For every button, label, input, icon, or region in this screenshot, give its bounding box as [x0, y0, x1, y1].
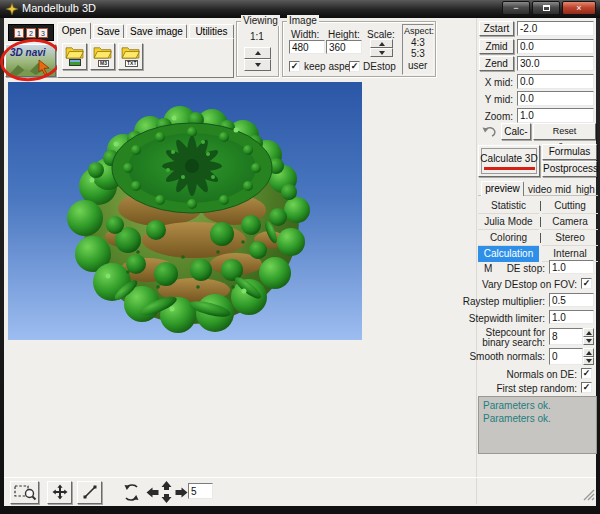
raystep-input[interactable] [549, 293, 594, 307]
aspect-user[interactable]: user [408, 60, 427, 71]
tab-video[interactable]: video [528, 184, 552, 195]
panel-divider [476, 18, 477, 504]
section-camera[interactable]: Camera [542, 214, 598, 230]
image-group: Image Width: Height: Scale: ✓ keep aspec… [282, 21, 436, 77]
section-stereo[interactable]: Stereo [542, 230, 598, 246]
postprocess-label: Postprocess [543, 163, 598, 174]
move-button[interactable] [47, 481, 72, 504]
check-icon: ✓ [583, 368, 591, 378]
keep-aspect-checkbox[interactable]: ✓ [289, 61, 300, 72]
frame-2: 2 [26, 28, 36, 38]
tab-save-image[interactable]: Save image [126, 24, 187, 39]
app-icon [6, 3, 18, 15]
tab-mid[interactable]: mid [555, 184, 571, 195]
aspect-5-3[interactable]: 5:3 [411, 48, 425, 59]
zoom-input[interactable] [517, 108, 594, 123]
zend-label: Zend [485, 58, 508, 69]
mandelbulb3d-window: Mandelbulb 3D − × 1 2 3 3D navi Open Sav… [0, 0, 600, 514]
scale-up-button[interactable] [370, 39, 393, 48]
aspect-box: Aspect: 4:3 5:3 user [402, 24, 434, 75]
close-icon: × [576, 3, 581, 13]
zmid-button[interactable]: Zmid [479, 39, 514, 54]
section-statistic[interactable]: Statistic [478, 198, 539, 214]
destop-checkbox[interactable]: ✓ [349, 61, 360, 72]
divider [540, 217, 541, 227]
viewing-zoom-in-button[interactable] [244, 47, 271, 59]
section-cutting[interactable]: Cutting [542, 198, 598, 214]
status-line: Parameters ok. [483, 399, 592, 412]
vary-destop-checkbox[interactable]: ✓ [581, 278, 592, 289]
tab-save[interactable]: Save [93, 24, 124, 39]
ymid-input[interactable] [517, 91, 594, 106]
slope-button[interactable] [77, 481, 102, 504]
formulas-button[interactable]: Formulas [542, 144, 597, 160]
zend-button[interactable]: Zend [479, 56, 514, 71]
tab-open-label: Open [62, 25, 86, 36]
annotation-ellipse [0, 35, 64, 84]
mandelbulb-fractal-render [8, 82, 362, 340]
move-up-down-arrows[interactable] [161, 481, 172, 503]
de-stop-input[interactable] [549, 260, 594, 274]
coloring-label: Coloring [490, 232, 527, 243]
smooth-up-button[interactable] [583, 348, 594, 357]
move-left-arrow[interactable] [146, 487, 159, 498]
stepcount-label-line2: binary search: [452, 337, 545, 348]
minimize-button[interactable]: − [502, 1, 530, 15]
zmid-input[interactable] [517, 39, 594, 54]
calc-button[interactable]: Calc- [501, 123, 531, 140]
postprocess-button[interactable]: Postprocess [542, 161, 597, 177]
tab-high[interactable]: high [576, 184, 595, 195]
stepcount-down-button[interactable] [583, 337, 594, 345]
image-group-label: Image [287, 15, 319, 26]
window-title: Mandelbulb 3D [22, 2, 96, 14]
smooth-normals-input[interactable] [549, 348, 583, 365]
aspect-4-3[interactable]: 4:3 [411, 37, 425, 48]
zend-input[interactable] [517, 56, 594, 71]
width-input[interactable] [289, 40, 325, 54]
stepwidth-input[interactable] [549, 310, 594, 324]
undo-icon[interactable] [482, 126, 497, 138]
tab-save-label: Save [97, 26, 120, 37]
ymid-label: Y mid: [469, 94, 513, 105]
zstart-input[interactable] [517, 21, 594, 36]
m-label: M [484, 263, 492, 274]
render-canvas[interactable] [8, 82, 362, 340]
rotate-arrows-icon[interactable] [123, 482, 140, 503]
vary-destop-label: Vary DEstop on FOV: [462, 279, 577, 290]
calculate-3d-button[interactable]: Calculate 3D [478, 145, 540, 177]
xmid-input[interactable] [517, 74, 594, 89]
reset-pos-zoom-button[interactable]: Reset pos&zoom [533, 123, 596, 140]
viewing-label: Viewing [241, 15, 280, 26]
viewing-zoom-out-button[interactable] [244, 59, 271, 71]
close-button[interactable]: × [562, 1, 596, 15]
tab-utilities[interactable]: Utilities [189, 24, 234, 39]
height-input[interactable] [326, 40, 362, 54]
open-text-folder-button[interactable]: TXT [118, 43, 143, 70]
zstart-label: Zstart [484, 23, 510, 34]
resize-grip[interactable] [583, 489, 595, 501]
zstart-button[interactable]: Zstart [479, 21, 514, 36]
section-julia-mode[interactable]: Julia Mode [478, 214, 539, 230]
stepcount-input[interactable] [549, 328, 583, 345]
up-arrow-icon [379, 42, 385, 46]
tab-open[interactable]: Open [57, 22, 91, 39]
tab-preview[interactable]: preview [481, 181, 524, 196]
section-coloring[interactable]: Coloring [478, 230, 539, 246]
up-arrow-icon [586, 331, 592, 335]
section-calculation[interactable]: Calculation [478, 246, 539, 262]
txt-badge: TXT [125, 60, 138, 67]
normals-on-de-checkbox[interactable]: ✓ [581, 368, 592, 379]
open-params-folder-button[interactable]: M3 [90, 43, 115, 70]
smooth-down-button[interactable] [583, 357, 594, 365]
scale-down-button[interactable] [370, 48, 393, 57]
stepcount-up-button[interactable] [583, 328, 594, 337]
internal-label: Internal [553, 248, 586, 259]
move-right-arrow[interactable] [175, 487, 188, 498]
move-icon [52, 484, 68, 500]
tab-preview-label: preview [485, 183, 519, 194]
step-size-input[interactable] [188, 483, 213, 499]
zoom-select-button[interactable] [10, 481, 39, 504]
first-step-random-checkbox[interactable]: ✓ [581, 382, 592, 393]
maximize-button[interactable] [532, 1, 560, 15]
open-image-folder-button[interactable] [62, 43, 87, 70]
